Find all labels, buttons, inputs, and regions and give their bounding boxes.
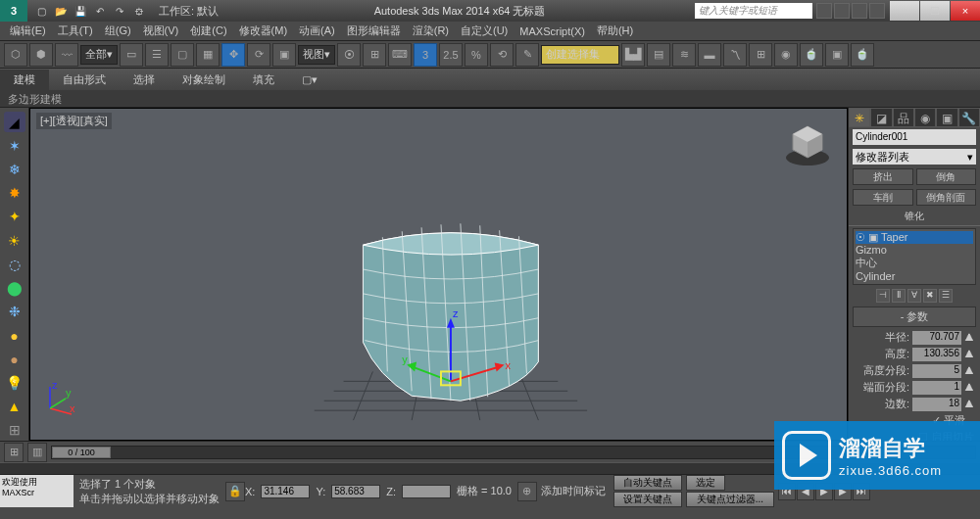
menu-render[interactable]: 渲染(R) bbox=[407, 24, 455, 38]
minimize-button[interactable]: — bbox=[890, 1, 919, 21]
angle-snap-icon[interactable]: 2.5 bbox=[439, 43, 463, 67]
spinner-capseg[interactable]: 1 bbox=[912, 381, 961, 395]
btn-bevelprofile[interactable]: 倒角剖面 bbox=[916, 189, 977, 206]
app-logo[interactable]: 3 bbox=[0, 0, 27, 22]
viewport-label[interactable]: [+][透视][真实] bbox=[36, 113, 112, 129]
left-icon-1[interactable]: ◢ bbox=[4, 112, 25, 132]
left-icon-13[interactable]: ▲ bbox=[4, 397, 25, 417]
ribbon-tab-populate[interactable]: 填充 bbox=[239, 70, 288, 90]
ribbon-toggle-icon[interactable]: ▬ bbox=[698, 43, 721, 67]
left-icon-9[interactable]: ❉ bbox=[4, 302, 25, 322]
ref-coord-system[interactable]: 视图 ▾ bbox=[298, 45, 335, 65]
edit-named-sel-icon[interactable]: ✎ bbox=[515, 43, 539, 67]
tab-modify-icon[interactable]: ◪ bbox=[870, 108, 892, 127]
menu-tools[interactable]: 工具(T) bbox=[52, 24, 99, 38]
layers-icon[interactable]: ≋ bbox=[672, 43, 696, 67]
ribbon-panel-label[interactable]: 多边形建模 bbox=[0, 90, 980, 108]
render-setup-icon[interactable]: 🍵 bbox=[800, 43, 823, 67]
left-icon-8[interactable]: ⬤ bbox=[4, 278, 25, 299]
rollout-parameters[interactable]: - 参数 bbox=[853, 307, 976, 327]
menu-maxscript[interactable]: MAXScript(X) bbox=[514, 25, 591, 37]
tab-utilities-icon[interactable]: 🔧 bbox=[958, 108, 980, 127]
unlink-icon[interactable]: ⬢ bbox=[29, 43, 53, 67]
viewcube[interactable] bbox=[783, 118, 832, 167]
menu-animation[interactable]: 动画(A) bbox=[293, 24, 341, 38]
bind-icon[interactable]: 〰 bbox=[55, 43, 78, 67]
menu-views[interactable]: 视图(V) bbox=[137, 24, 185, 38]
left-icon-5[interactable]: ✦ bbox=[4, 207, 25, 227]
search-input[interactable]: 键入关键字或短语 bbox=[695, 3, 812, 19]
tab-hierarchy-icon[interactable]: 品 bbox=[893, 108, 914, 127]
qat-save-icon[interactable]: 💾 bbox=[73, 3, 88, 19]
btn-extrude[interactable]: 挤出 bbox=[853, 168, 913, 185]
rendered-frame-icon[interactable]: ▣ bbox=[825, 43, 849, 67]
select-name-icon[interactable]: ☰ bbox=[145, 43, 169, 67]
move-icon[interactable]: ✥ bbox=[221, 43, 245, 67]
remove-mod-icon[interactable]: ✖ bbox=[923, 289, 937, 303]
menu-group[interactable]: 组(G) bbox=[99, 24, 137, 38]
left-icon-10[interactable]: ● bbox=[4, 325, 25, 346]
left-icon-6[interactable]: ☀ bbox=[4, 230, 25, 251]
curve-editor-icon[interactable]: 〽 bbox=[723, 43, 747, 67]
workspace-selector[interactable]: 工作区: 默认 bbox=[153, 4, 224, 19]
timeline-icon-1[interactable]: ⊞ bbox=[4, 443, 24, 462]
qat-undo-icon[interactable]: ↶ bbox=[92, 3, 108, 19]
btn-lathe[interactable]: 车削 bbox=[853, 189, 913, 206]
scale-icon[interactable]: ▣ bbox=[272, 43, 296, 67]
spinner-height[interactable]: 130.356 bbox=[912, 348, 961, 361]
rotate-icon[interactable]: ⟳ bbox=[247, 43, 270, 67]
unique-icon[interactable]: ∀ bbox=[907, 289, 921, 303]
spinner-hseg[interactable]: 5 bbox=[912, 364, 961, 378]
select-object-icon[interactable]: ▭ bbox=[120, 43, 143, 67]
ribbon-tab-modeling[interactable]: 建模 bbox=[0, 70, 49, 90]
qat-new-icon[interactable]: ▢ bbox=[33, 3, 49, 19]
menu-modifiers[interactable]: 修改器(M) bbox=[233, 24, 294, 38]
menu-customize[interactable]: 自定义(U) bbox=[455, 24, 514, 38]
stack-center[interactable]: 中心 bbox=[856, 256, 973, 270]
ribbon-tab-objectpaint[interactable]: 对象绘制 bbox=[169, 70, 239, 90]
spinner-radius[interactable]: 70.707 bbox=[912, 331, 961, 345]
ribbon-tab-freeform[interactable]: 自由形式 bbox=[49, 70, 120, 90]
tab-create-icon[interactable]: ✳ bbox=[849, 108, 870, 127]
set-key-button[interactable]: 设置关键点 bbox=[613, 492, 682, 507]
spinner-snap-icon[interactable]: ⟲ bbox=[490, 43, 514, 67]
tab-display-icon[interactable]: ▣ bbox=[936, 108, 957, 127]
left-icon-3[interactable]: ❄ bbox=[4, 159, 25, 179]
lock-selection-icon[interactable]: 🔒 bbox=[225, 482, 245, 501]
selection-filter[interactable]: 全部 ▾ bbox=[80, 45, 118, 65]
left-icon-7[interactable]: ◌ bbox=[4, 254, 25, 274]
menu-create[interactable]: 创建(C) bbox=[184, 24, 232, 38]
render-production-icon[interactable]: 🍵 bbox=[851, 43, 874, 67]
ribbon-expand-icon[interactable]: ▢▾ bbox=[288, 71, 331, 89]
qat-link-icon[interactable]: ⯐ bbox=[131, 3, 147, 19]
maxscript-mini-listener[interactable]: 欢迎使用 MAXScr bbox=[0, 475, 74, 507]
ribbon-tab-selection[interactable]: 选择 bbox=[120, 70, 169, 90]
coord-y[interactable] bbox=[331, 485, 380, 498]
select-manipulate-icon[interactable]: ⊞ bbox=[363, 43, 386, 67]
left-icon-14[interactable]: ⊞ bbox=[4, 420, 25, 441]
qat-open-icon[interactable]: 📂 bbox=[53, 3, 69, 19]
menu-graph[interactable]: 图形编辑器 bbox=[341, 24, 407, 38]
auto-key-button[interactable]: 自动关键点 bbox=[613, 475, 682, 491]
link-icon[interactable]: ⬡ bbox=[4, 43, 27, 67]
key-mode-selected[interactable]: 选定 bbox=[686, 475, 725, 491]
object-name-field[interactable]: Cylinder001 bbox=[853, 129, 976, 145]
coord-x[interactable] bbox=[261, 485, 310, 498]
align-icon[interactable]: ▤ bbox=[647, 43, 670, 67]
key-filters-button[interactable]: 关键点过滤器... bbox=[686, 492, 774, 507]
close-button[interactable]: × bbox=[951, 1, 980, 21]
menu-edit[interactable]: 编辑(E) bbox=[4, 24, 52, 38]
stack-gizmo[interactable]: Gizmo bbox=[856, 244, 973, 256]
modifier-stack[interactable]: ☉ ▣ Taper Gizmo 中心 Cylinder bbox=[853, 228, 976, 285]
spinner-sides[interactable]: 18 bbox=[912, 398, 961, 411]
viewport[interactable]: [+][透视][真实] bbox=[29, 108, 848, 441]
stack-cylinder[interactable]: Cylinder bbox=[856, 270, 973, 282]
qat-redo-icon[interactable]: ↷ bbox=[112, 3, 127, 19]
info-exchange-icon[interactable] bbox=[852, 3, 867, 19]
modifier-list-dropdown[interactable]: 修改器列表▾ bbox=[853, 149, 976, 165]
info-search-icon[interactable] bbox=[816, 3, 832, 19]
configure-icon[interactable]: ☰ bbox=[939, 289, 953, 303]
btn-bevel[interactable]: 倒角 bbox=[916, 168, 977, 185]
time-slider-thumb[interactable]: 0 / 100 bbox=[52, 447, 111, 458]
mirror-icon[interactable]: ▙▟ bbox=[621, 43, 645, 67]
